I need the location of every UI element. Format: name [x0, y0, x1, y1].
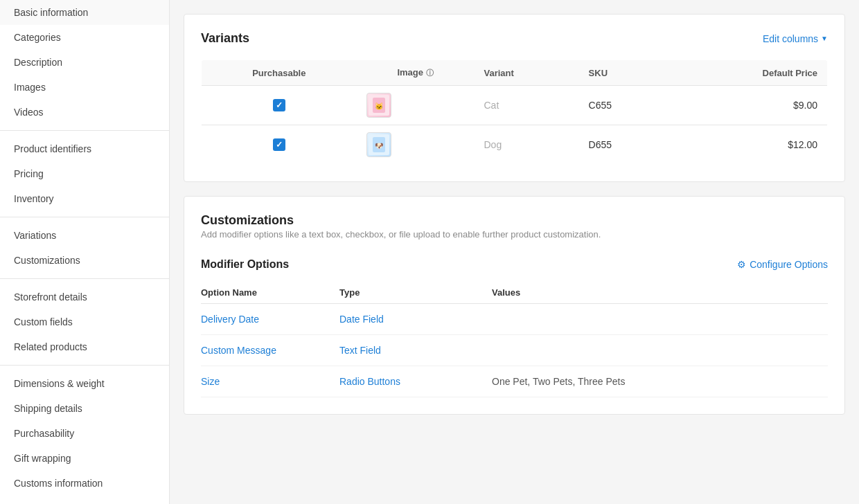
sidebar-item-customs-information[interactable]: Customs information: [0, 471, 169, 496]
variants-header: Variants Edit columns ▼: [201, 31, 828, 46]
sidebar-divider-4: [0, 365, 169, 366]
col-header-price: Default Price: [669, 60, 828, 86]
product-image-dog: 🐶: [366, 132, 391, 157]
variant-link-dog[interactable]: Dog: [484, 139, 502, 150]
option-type-size[interactable]: Radio Buttons: [339, 366, 492, 397]
edit-columns-button[interactable]: Edit columns ▼: [763, 33, 828, 44]
col-header-values: Values: [492, 282, 828, 304]
sidebar-item-customizations[interactable]: Customizations: [0, 248, 169, 273]
image-cell-dog: 🐶: [357, 125, 475, 165]
sidebar-item-related-products[interactable]: Related products: [0, 334, 169, 359]
sidebar-item-shipping-details[interactable]: Shipping details: [0, 396, 169, 421]
variant-link-cat[interactable]: Cat: [484, 100, 499, 111]
sidebar-item-custom-fields[interactable]: Custom fields: [0, 309, 169, 334]
product-image-cat: 🐱: [366, 93, 391, 118]
col-header-type: Type: [339, 282, 492, 304]
cat-image-icon: 🐱: [369, 95, 389, 116]
option-name-custom-message[interactable]: Custom Message: [201, 334, 339, 366]
sku-cell-dog: D655: [579, 125, 669, 165]
col-header-option-name: Option Name: [201, 282, 339, 304]
sidebar-item-variations[interactable]: Variations: [0, 223, 169, 248]
checkbox-cat[interactable]: ✓: [273, 99, 285, 111]
edit-columns-label: Edit columns: [763, 33, 818, 44]
sku-cell-cat: C655: [579, 86, 669, 125]
customizations-card: Customizations Add modifier options like…: [184, 196, 845, 415]
option-type-delivery-date[interactable]: Date Field: [339, 303, 492, 334]
option-type-custom-message[interactable]: Text Field: [339, 334, 492, 366]
sidebar-item-purchasability[interactable]: Purchasability: [0, 421, 169, 446]
customizations-section: Customizations Add modifier options like…: [184, 197, 844, 414]
image-cell-cat: 🐱: [357, 86, 475, 125]
col-header-variant: Variant: [474, 60, 578, 86]
sidebar-item-description[interactable]: Description: [0, 50, 169, 75]
table-row: ✓ 🐶 Dog: [202, 125, 828, 165]
svg-text:🐱: 🐱: [375, 102, 384, 111]
customizations-title: Customizations: [201, 213, 828, 228]
gear-icon: ⚙: [737, 259, 746, 270]
sidebar-divider-1: [0, 130, 169, 131]
option-values-custom-message: [492, 334, 828, 366]
checkbox-dog[interactable]: ✓: [273, 138, 285, 151]
main-content: Variants Edit columns ▼ Purchasable Imag…: [170, 0, 859, 504]
chevron-down-icon: ▼: [821, 35, 828, 42]
sidebar-item-gift-wrapping[interactable]: Gift wrapping: [0, 446, 169, 471]
variants-section: Variants Edit columns ▼ Purchasable Imag…: [184, 15, 844, 181]
sidebar: Basic information Categories Description…: [0, 0, 170, 504]
purchasable-cell-dog: ✓: [202, 125, 357, 165]
sidebar-item-dimensions-weight[interactable]: Dimensions & weight: [0, 371, 169, 396]
variants-title: Variants: [201, 31, 249, 46]
sidebar-item-basic-information[interactable]: Basic information: [0, 0, 169, 25]
col-header-sku: SKU: [579, 60, 669, 86]
sidebar-divider-3: [0, 278, 169, 279]
modifier-options-header: Modifier Options ⚙ Configure Options: [201, 258, 828, 271]
list-item: Size Radio Buttons One Pet, Two Pets, Th…: [201, 366, 828, 397]
sidebar-item-pricing[interactable]: Pricing: [0, 161, 169, 186]
col-header-purchasable: Purchasable: [202, 60, 357, 86]
info-icon: ⓘ: [426, 69, 434, 77]
sidebar-item-images[interactable]: Images: [0, 75, 169, 100]
customizations-description: Add modifier options like a text box, ch…: [201, 228, 828, 242]
svg-text:🐶: 🐶: [375, 141, 384, 150]
option-name-size[interactable]: Size: [201, 366, 339, 397]
sidebar-divider-2: [0, 217, 169, 217]
sidebar-item-product-identifiers[interactable]: Product identifiers: [0, 136, 169, 161]
sidebar-item-inventory[interactable]: Inventory: [0, 186, 169, 211]
price-cell-cat: $9.00: [669, 86, 828, 125]
sidebar-item-videos[interactable]: Videos: [0, 100, 169, 125]
option-values-delivery-date: [492, 303, 828, 334]
variants-card: Variants Edit columns ▼ Purchasable Imag…: [184, 14, 845, 182]
sidebar-item-storefront-details[interactable]: Storefront details: [0, 285, 169, 309]
list-item: Custom Message Text Field: [201, 334, 828, 366]
table-row: ✓ 🐱 Cat: [202, 86, 828, 125]
option-values-size: One Pet, Two Pets, Three Pets: [492, 366, 828, 397]
col-header-image: Image ⓘ: [357, 60, 475, 86]
configure-options-label: Configure Options: [750, 259, 828, 270]
variants-table: Purchasable Image ⓘ Variant SKU Default …: [201, 60, 828, 165]
modifier-options-title: Modifier Options: [201, 258, 289, 271]
purchasable-cell-cat: ✓: [202, 86, 357, 125]
variant-cell-dog[interactable]: Dog: [474, 125, 578, 165]
option-name-delivery-date[interactable]: Delivery Date: [201, 303, 339, 334]
dog-image-icon: 🐶: [369, 134, 389, 155]
modifier-options-table: Option Name Type Values Delivery Date Da…: [201, 282, 828, 397]
variant-cell-cat[interactable]: Cat: [474, 86, 578, 125]
price-cell-dog: $12.00: [669, 125, 828, 165]
configure-options-button[interactable]: ⚙ Configure Options: [737, 259, 828, 270]
list-item: Delivery Date Date Field: [201, 303, 828, 334]
sidebar-item-categories[interactable]: Categories: [0, 25, 169, 50]
